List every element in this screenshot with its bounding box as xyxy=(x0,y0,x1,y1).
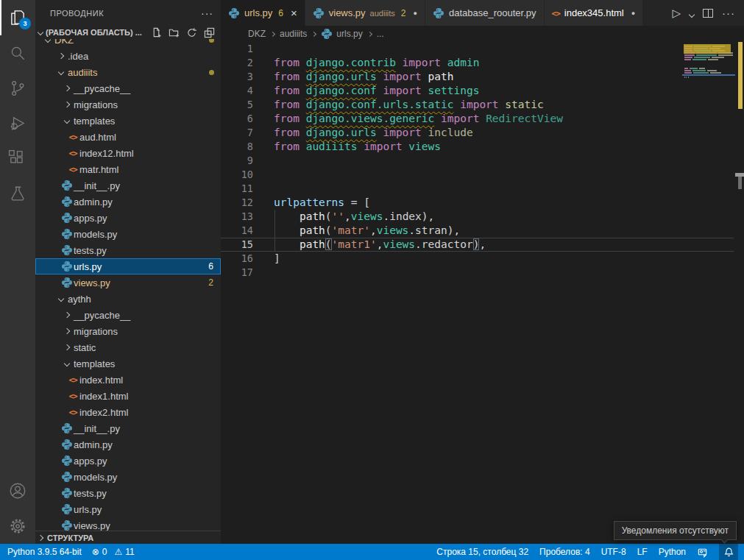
breadcrumb-item[interactable]: urls.py xyxy=(321,28,362,40)
line-number: 3 xyxy=(221,70,253,84)
activity-item-testing[interactable] xyxy=(0,177,35,212)
line-number: 14 xyxy=(221,224,253,238)
more-actions-icon[interactable]: ··· xyxy=(201,7,213,19)
split-editor-icon[interactable] xyxy=(703,9,713,18)
tree-file-admin-py[interactable]: admin.py xyxy=(35,194,221,210)
chevron-right-icon xyxy=(60,345,74,350)
tree-file--init-py[interactable]: __init__.py xyxy=(35,177,221,194)
status-cursor-position[interactable]: Строка 15, столбец 32 xyxy=(436,547,528,557)
minimap-warning-highlight xyxy=(684,44,731,54)
code-editor[interactable]: 12from django.contrib import admin3from … xyxy=(221,42,744,544)
tree-folder-migrations[interactable]: migrations xyxy=(35,323,221,339)
breadcrumb-item[interactable]: DKZ xyxy=(248,29,266,39)
tree-item-label: aythh xyxy=(68,294,91,305)
tab-index345-html[interactable]: <>index345.html● xyxy=(545,0,644,26)
modified-dot-icon[interactable]: ● xyxy=(414,10,417,17)
tree-item-label: apps.py xyxy=(74,213,107,224)
gear-icon xyxy=(8,517,27,536)
tree-file-tests-py[interactable]: tests.py xyxy=(35,242,221,258)
tree-file-views-py[interactable]: views.py xyxy=(35,517,221,531)
tree-file-urls-py[interactable]: urls.py xyxy=(35,501,221,517)
tree-file-index-html[interactable]: <>index.html xyxy=(35,372,221,388)
tree-file-apps-py[interactable]: apps.py xyxy=(35,210,221,226)
activity-item-run-debug[interactable] xyxy=(0,106,35,141)
tree-folder-templates[interactable]: templates xyxy=(35,355,221,372)
collapse-all-icon[interactable] xyxy=(204,27,215,38)
tree-folder-templates[interactable]: templates xyxy=(35,113,221,129)
tree-file--init-py[interactable]: __init__.py xyxy=(35,420,221,436)
tree-file-apps-py[interactable]: apps.py xyxy=(35,453,221,469)
tree-file-matr-html[interactable]: <>matr.html xyxy=(35,161,221,177)
editor-actions: ▷··· xyxy=(663,0,744,26)
overview-ruler[interactable] xyxy=(736,42,744,544)
tree-file-index1-html[interactable]: <>index1.html xyxy=(35,388,221,404)
new-file-icon[interactable] xyxy=(151,27,162,38)
activity-item-source-control[interactable] xyxy=(0,71,35,106)
tree-folder--pycache-[interactable]: __pycache__ xyxy=(35,307,221,323)
activity-item-account[interactable] xyxy=(0,473,35,508)
close-icon[interactable]: × xyxy=(291,7,297,18)
new-folder-icon[interactable] xyxy=(169,27,180,38)
tab-urls-py[interactable]: urls.py6× xyxy=(221,0,305,26)
minimap-line xyxy=(684,54,733,56)
modified-dot-icon[interactable]: ● xyxy=(631,10,635,17)
python-file-icon xyxy=(60,471,74,483)
code-line: 5from django.conf.urls.static import sta… xyxy=(221,98,744,112)
tree-file-tests-py[interactable]: tests.py xyxy=(35,485,221,501)
status-python-interpreter[interactable]: Python 3.9.5 64-bit xyxy=(7,547,82,557)
status-indentation[interactable]: Пробелов: 4 xyxy=(539,547,590,557)
tree-folder-static[interactable]: static xyxy=(35,339,221,355)
status-encoding[interactable]: UTF-8 xyxy=(601,547,626,557)
status-language-mode[interactable]: Python xyxy=(659,547,686,557)
refresh-icon[interactable] xyxy=(186,27,197,38)
git-modified-dot xyxy=(209,70,214,75)
breadcrumb-item[interactable]: audiiits xyxy=(280,29,307,39)
status-problems[interactable]: ⊗0⚠11 xyxy=(92,547,135,557)
activity-item-extensions[interactable] xyxy=(0,141,35,177)
tree-file-index2-html[interactable]: <>index2.html xyxy=(35,404,221,420)
line-number: 16 xyxy=(221,252,253,266)
activity-item-explorer[interactable]: 3 xyxy=(0,0,35,35)
tree-file-models-py[interactable]: models.py xyxy=(35,226,221,242)
scrollbar-slider[interactable] xyxy=(738,177,742,189)
activity-item-search[interactable] xyxy=(0,35,35,71)
tree-folder-aythh[interactable]: aythh xyxy=(35,291,221,307)
tree-file-urls-py[interactable]: urls.py6 xyxy=(35,258,221,274)
code-text: ] xyxy=(253,252,280,266)
activity-item-settings[interactable] xyxy=(0,508,35,544)
problems-count-badge: 2 xyxy=(208,277,213,288)
line-number: 1 xyxy=(221,42,253,56)
status-notifications[interactable] xyxy=(719,544,738,560)
tree-folder--pycache-[interactable]: __pycache__ xyxy=(35,80,221,96)
tree-item-label: templates xyxy=(74,358,115,369)
line-number: 17 xyxy=(221,266,253,280)
tree-file-index12-html[interactable]: <>index12.html xyxy=(35,145,221,161)
tab-database-roouter-py[interactable]: database_roouter.py xyxy=(425,0,545,26)
line-number: 2 xyxy=(221,56,253,70)
status-eol[interactable]: LF xyxy=(637,547,648,557)
tree-folder-dkz[interactable]: DKZ xyxy=(35,39,221,48)
tree-file-aud-html[interactable]: <>aud.html xyxy=(35,129,221,145)
more-actions-icon[interactable]: ··· xyxy=(722,7,735,19)
tab-views-py[interactable]: views.pyaudiiits2● xyxy=(305,0,425,26)
tree-file-admin-py[interactable]: admin.py xyxy=(35,436,221,453)
tree-folder-audiiits[interactable]: audiiits xyxy=(35,64,221,80)
run-button[interactable]: ▷ xyxy=(672,7,681,20)
code-line: 13 path('',views.index), xyxy=(221,210,744,224)
minimap[interactable] xyxy=(682,42,735,130)
run-dropdown-icon[interactable] xyxy=(690,7,694,20)
tree-file-views-py[interactable]: views.py2 xyxy=(35,274,221,291)
breadcrumb-item[interactable]: ... xyxy=(377,29,384,39)
chevron-down-icon xyxy=(54,70,68,74)
tree-folder--idea[interactable]: .idea xyxy=(35,48,221,64)
tree-file-models-py[interactable]: models.py xyxy=(35,469,221,485)
chevron-right-icon xyxy=(60,102,74,107)
code-line: 17 xyxy=(221,266,744,280)
tab-problems-count: 2 xyxy=(401,8,406,18)
minimap-line xyxy=(684,77,689,78)
outline-section-header[interactable]: СТРУКТУРА xyxy=(35,531,221,544)
status-feedback[interactable] xyxy=(697,547,708,558)
workspace-section-header[interactable]: (РАБОЧАЯ ОБЛАСТЬ) ... xyxy=(35,26,221,39)
tab-bar: urls.py6×views.pyaudiiits2●database_roou… xyxy=(221,0,744,26)
tree-folder-migrations[interactable]: migrations xyxy=(35,96,221,113)
